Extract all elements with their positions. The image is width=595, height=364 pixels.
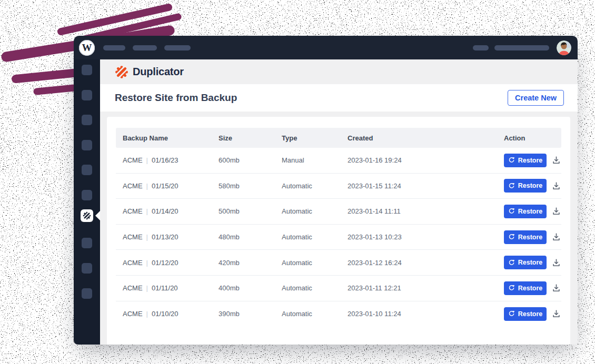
restore-button[interactable]: Restore [504, 179, 547, 193]
backup-name-prefix: ACME [123, 284, 143, 292]
restore-rotate-icon [508, 183, 515, 189]
download-icon [552, 258, 561, 267]
action-cell: Restore [504, 154, 561, 167]
duplicator-gear-icon [83, 211, 91, 220]
type-cell: Automatic [282, 233, 348, 241]
restore-button[interactable]: Restore [504, 307, 547, 321]
download-icon [552, 309, 561, 318]
backup-name-date: 01/16/23 [152, 156, 178, 164]
download-icon [552, 207, 561, 216]
brand-name: Duplicator [133, 66, 184, 78]
table-row: ACME | 01/13/20 480mb Automatic 2023-01-… [116, 225, 561, 250]
sidebar-item-placeholder[interactable] [82, 165, 92, 175]
backups-table-card: Backup Name Size Type Created Action ACM… [107, 117, 570, 345]
restore-button[interactable]: Restore [504, 154, 547, 167]
nav-placeholder-pill [494, 45, 549, 50]
restore-button-label: Restore [518, 182, 543, 189]
column-header-created: Created [348, 134, 504, 142]
download-icon [552, 232, 561, 241]
sidebar-item-placeholder[interactable] [82, 115, 92, 125]
backup-name-prefix: ACME [123, 310, 143, 318]
restore-button-label: Restore [518, 208, 543, 215]
content-area: Duplicator Restore Site from Backup Crea… [100, 59, 578, 345]
restore-button-label: Restore [518, 285, 543, 292]
duplicator-gear-icon [115, 65, 128, 79]
table-row: ACME | 01/15/20 580mb Automatic 2023-01-… [116, 174, 561, 199]
nav-placeholder-pill [473, 45, 489, 50]
backup-name-date: 01/11/20 [152, 284, 178, 292]
sidebar-item-placeholder[interactable] [82, 190, 92, 200]
backup-name-prefix: ACME [123, 156, 143, 164]
download-icon [552, 284, 561, 292]
user-avatar[interactable] [557, 41, 571, 55]
main-panel: Backup Name Size Type Created Action ACM… [100, 112, 578, 345]
action-cell: Restore [504, 179, 561, 193]
backup-name-date: 01/15/20 [152, 182, 178, 190]
sidebar-item-placeholder[interactable] [82, 140, 92, 150]
type-cell: Automatic [282, 259, 348, 267]
backup-name-cell: ACME | 01/16/23 [123, 156, 219, 164]
backup-name-cell: ACME | 01/11/20 [123, 284, 219, 292]
type-cell: Automatic [282, 310, 348, 318]
restore-button[interactable]: Restore [504, 256, 547, 269]
sidebar-item-duplicator-active[interactable] [81, 209, 93, 222]
size-cell: 600mb [219, 156, 282, 164]
name-separator: | [146, 156, 148, 164]
backup-name-cell: ACME | 01/14/20 [123, 207, 219, 215]
download-button[interactable] [552, 284, 561, 292]
create-new-button[interactable]: Create New [508, 90, 564, 106]
name-separator: | [146, 259, 148, 267]
table-body: ACME | 01/16/23 600mb Manual 2023-01-16 … [116, 148, 561, 327]
size-cell: 420mb [219, 259, 282, 267]
download-button[interactable] [552, 207, 561, 216]
name-separator: | [146, 207, 148, 215]
size-cell: 400mb [219, 284, 282, 292]
topbar-right-placeholders [473, 41, 571, 55]
sidebar-item-placeholder[interactable] [82, 263, 92, 274]
table-row: ACME | 01/12/20 420mb Automatic 2023-01-… [116, 250, 561, 276]
download-icon [552, 156, 561, 165]
backup-name-date: 01/10/20 [152, 310, 178, 318]
restore-button[interactable]: Restore [504, 281, 547, 295]
created-cell: 2023-01-15 11:24 [348, 182, 504, 190]
action-cell: Restore [504, 230, 561, 244]
backup-name-prefix: ACME [123, 207, 143, 215]
download-button[interactable] [552, 232, 561, 241]
action-cell: Restore [504, 307, 561, 321]
download-button[interactable] [552, 156, 561, 165]
type-cell: Manual [282, 156, 348, 164]
backup-name-prefix: ACME [123, 182, 143, 190]
type-cell: Automatic [282, 284, 348, 292]
restore-button-label: Restore [518, 234, 543, 241]
size-cell: 390mb [219, 310, 282, 318]
admin-topbar: W [74, 36, 578, 59]
nav-placeholder-pill [164, 45, 191, 50]
restore-rotate-icon [508, 285, 515, 291]
restore-button[interactable]: Restore [504, 230, 547, 244]
backup-name-date: 01/13/20 [152, 233, 178, 241]
nav-placeholder-pill [133, 45, 157, 50]
download-button[interactable] [552, 181, 561, 190]
backup-name-prefix: ACME [123, 259, 143, 267]
sidebar-item-placeholder[interactable] [82, 238, 92, 248]
created-cell: 2023-01-11 12:21 [348, 284, 504, 292]
column-header-action: Action [504, 134, 561, 142]
created-cell: 2023-01-16 19:24 [348, 156, 504, 164]
restore-rotate-icon [508, 234, 515, 240]
sidebar-item-placeholder[interactable] [82, 65, 92, 75]
backup-name-date: 01/14/20 [152, 207, 178, 215]
backup-name-date: 01/12/20 [152, 259, 178, 267]
sidebar-item-placeholder[interactable] [82, 90, 92, 100]
download-button[interactable] [552, 309, 561, 318]
created-cell: 2023-01-13 10:23 [348, 233, 504, 241]
backup-name-cell: ACME | 01/15/20 [123, 182, 219, 190]
restore-rotate-icon [508, 259, 515, 266]
restore-button[interactable]: Restore [504, 205, 547, 218]
wordpress-icon[interactable]: W [79, 40, 95, 56]
nav-placeholder-pill [103, 45, 125, 50]
restore-rotate-icon [508, 157, 515, 164]
name-separator: | [146, 233, 148, 241]
download-button[interactable] [552, 258, 561, 267]
admin-window: W [74, 36, 578, 345]
sidebar-item-placeholder[interactable] [82, 288, 92, 299]
